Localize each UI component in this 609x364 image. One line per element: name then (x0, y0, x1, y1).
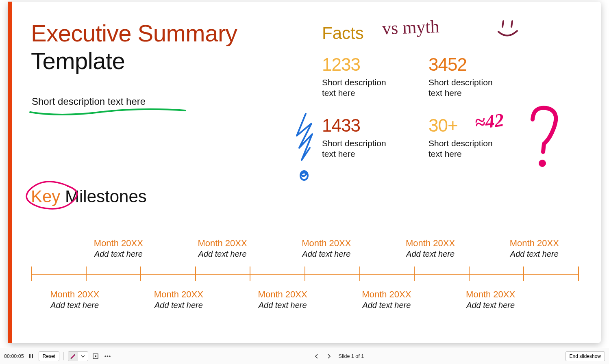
timeline-tick (86, 266, 87, 281)
timeline-tick (195, 266, 196, 281)
timeline-item-bottom[interactable]: Month 20XX Add text here (454, 289, 527, 310)
timeline-item-bottom[interactable]: Month 20XX Add text here (38, 289, 111, 310)
timeline-item-top[interactable]: Month 20XX Add text here (82, 238, 155, 259)
timeline-item-top[interactable]: Month 20XX Add text here (394, 238, 467, 259)
timeline-text: Add text here (394, 249, 467, 259)
fact-1-desc: Short descriptiontext here (322, 77, 424, 99)
timeline-text: Add text here (246, 301, 319, 310)
timeline-month: Month 20XX (498, 238, 571, 249)
timeline-month: Month 20XX (394, 238, 467, 249)
timeline[interactable]: Month 20XX Add text here Month 20XX Add … (31, 222, 578, 323)
timeline-month: Month 20XX (246, 289, 319, 300)
timeline-text: Add text here (498, 249, 571, 259)
pen-dropdown-icon[interactable] (78, 352, 88, 361)
timeline-text: Add text here (82, 249, 155, 259)
annotation-question-mark-icon (524, 103, 565, 172)
timeline-text: Add text here (38, 301, 111, 310)
fullscreen-button[interactable] (91, 351, 100, 361)
timeline-tick (469, 266, 470, 281)
annotation-exclamation-icon (289, 111, 322, 184)
pen-tool-group[interactable] (68, 351, 88, 361)
timeline-tick (140, 266, 141, 281)
next-slide-button[interactable] (324, 351, 334, 361)
timeline-item-top[interactable]: Month 20XX Add text here (186, 238, 259, 259)
annotation-circle-key (20, 178, 85, 214)
accent-bar (8, 2, 12, 343)
annotation-smiley-icon (496, 18, 524, 42)
presentation-timer: 00:00:05 (4, 353, 24, 359)
svg-rect-5 (32, 354, 33, 358)
timeline-month: Month 20XX (350, 289, 423, 300)
timeline-text: Add text here (350, 301, 423, 310)
fact-2-desc: Short descriptiontext here (428, 77, 530, 99)
timeline-tick (304, 266, 305, 281)
timeline-item-bottom[interactable]: Month 20XX Add text here (142, 289, 215, 310)
fact-4-desc: Short descriptiontext here (428, 138, 530, 160)
fact-block-3[interactable]: 1433 Short descriptiontext here (322, 115, 424, 160)
timeline-item-bottom[interactable]: Month 20XX Add text here (246, 289, 319, 310)
svg-point-3 (541, 162, 544, 165)
timeline-tick (250, 266, 250, 281)
pause-button[interactable] (26, 351, 36, 361)
pen-icon[interactable] (68, 352, 78, 361)
end-slideshow-button[interactable]: End slideshow (566, 351, 605, 361)
annotation-approx-42: ≈42 (474, 109, 505, 133)
svg-line-0 (502, 21, 503, 27)
fact-block-1[interactable]: 1233 Short descriptiontext here (322, 54, 424, 99)
timeline-tick (414, 266, 415, 281)
separator (63, 352, 64, 360)
svg-line-1 (511, 21, 512, 27)
timeline-item-top[interactable]: Month 20XX Add text here (498, 238, 571, 259)
presenter-toolbar: 00:00:05 Reset ••• Slide 1 of 1 End slid… (0, 348, 609, 364)
slide-indicator: Slide 1 of 1 (339, 353, 364, 359)
fact-2-value: 3452 (428, 54, 530, 75)
timeline-month: Month 20XX (142, 289, 215, 300)
reset-button[interactable]: Reset (39, 351, 59, 361)
timeline-item-top[interactable]: Month 20XX Add text here (290, 238, 363, 259)
timeline-text: Add text here (142, 301, 215, 310)
timeline-tick (523, 266, 524, 281)
title-line2[interactable]: Template (31, 47, 125, 74)
fact-3-desc: Short descriptiontext here (322, 138, 424, 160)
timeline-text: Add text here (186, 249, 259, 259)
fact-3-value: 1433 (322, 115, 424, 136)
annotation-vs-myth: vs myth (382, 16, 439, 39)
prev-slide-button[interactable] (312, 351, 322, 361)
svg-rect-7 (95, 355, 96, 357)
timeline-item-bottom[interactable]: Month 20XX Add text here (350, 289, 423, 310)
facts-heading[interactable]: Facts (322, 24, 364, 43)
fact-1-value: 1233 (322, 54, 424, 75)
title-line1[interactable]: Executive Summary (31, 20, 237, 47)
timeline-text: Add text here (290, 249, 363, 259)
timeline-month: Month 20XX (38, 289, 111, 300)
timeline-tick (578, 266, 579, 281)
svg-rect-4 (29, 354, 30, 358)
more-options-button[interactable]: ••• (103, 351, 113, 361)
timeline-month: Month 20XX (82, 238, 155, 249)
annotation-underline (27, 105, 189, 121)
timeline-month: Month 20XX (454, 289, 527, 300)
fact-block-2[interactable]: 3452 Short descriptiontext here (428, 54, 530, 99)
slide-canvas: Executive Summary Template Short descrip… (8, 2, 601, 343)
timeline-month: Month 20XX (290, 238, 363, 249)
timeline-tick (359, 266, 360, 281)
timeline-text: Add text here (454, 301, 527, 310)
timeline-tick (31, 266, 32, 281)
timeline-month: Month 20XX (186, 238, 259, 249)
